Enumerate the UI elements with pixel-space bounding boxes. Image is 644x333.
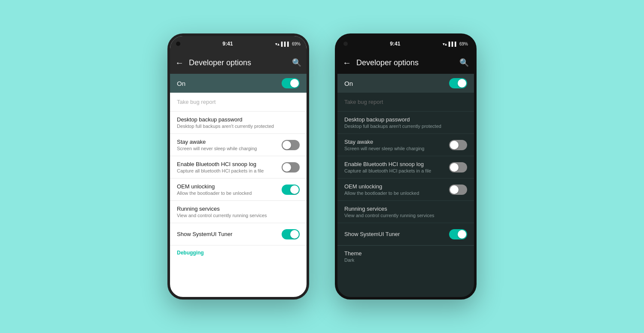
- desktop-backup-text-light: Desktop backup password Desktop full bac…: [177, 116, 300, 129]
- oem-toggle-light[interactable]: [282, 185, 300, 195]
- status-bar-dark: 9:41 ▾▴ ▌▌▌ 69%: [337, 36, 474, 51]
- status-time-light: 9:41: [222, 41, 233, 47]
- theme-value-dark: Dark: [344, 257, 467, 263]
- toggle-thumb-light: [290, 79, 299, 88]
- bluetooth-thumb-dark: [450, 163, 459, 172]
- theme-item-dark[interactable]: Theme Dark: [337, 245, 474, 267]
- search-button-dark[interactable]: 🔍: [459, 58, 469, 67]
- bluetooth-toggle-dark[interactable]: [449, 162, 467, 173]
- desktop-backup-desc-light: Desktop full backups aren't currently pr…: [177, 124, 300, 129]
- bluetooth-hci-item-light[interactable]: Enable Bluetooth HCI snoop log Capture a…: [170, 156, 307, 179]
- desktop-backup-desc-dark: Desktop full backups aren't currently pr…: [344, 124, 467, 129]
- oem-unlock-item-dark[interactable]: OEM unlocking Allow the bootloader to be…: [337, 179, 474, 201]
- app-bar-light: ← Developer options 🔍: [170, 51, 307, 74]
- debugging-label-light: Debugging: [177, 250, 204, 256]
- oem-toggle-dark[interactable]: [449, 185, 467, 195]
- on-off-label-light: On: [177, 80, 185, 87]
- on-off-row-light: On: [170, 74, 307, 93]
- phone-light: 9:41 ▾▴ ▌▌▌ 69% ← Developer options 🔍 On…: [167, 33, 309, 300]
- bluetooth-hci-text-light: Enable Bluetooth HCI snoop log Capture a…: [177, 161, 282, 173]
- systemui-thumb-light: [290, 230, 299, 239]
- wifi-icon-dark: ▾▴: [443, 42, 447, 46]
- systemui-tuner-item-light[interactable]: Show SystemUI Tuner: [170, 223, 307, 245]
- running-services-text-dark: Running services View and control curren…: [344, 206, 467, 218]
- bluetooth-thumb-light: [283, 163, 291, 172]
- on-off-row-dark: On: [337, 74, 474, 93]
- battery-label-dark: 69%: [459, 42, 468, 46]
- systemui-thumb-dark: [458, 230, 466, 239]
- stay-awake-text-light: Stay awake Screen will never sleep while…: [177, 139, 282, 151]
- stay-awake-title-dark: Stay awake: [344, 139, 449, 145]
- systemui-tuner-text-dark: Show SystemUI Tuner: [344, 231, 449, 237]
- systemui-tuner-title-light: Show SystemUI Tuner: [177, 231, 282, 237]
- camera-dot-light: [176, 42, 180, 46]
- app-title-dark: Developer options: [356, 58, 454, 67]
- toggle-thumb-dark: [458, 79, 466, 88]
- desktop-backup-title-dark: Desktop backup password: [344, 116, 467, 123]
- back-button-light[interactable]: ←: [175, 58, 184, 68]
- bluetooth-hci-title-dark: Enable Bluetooth HCI snoop log: [344, 161, 449, 167]
- app-title-light: Developer options: [189, 58, 287, 67]
- running-services-item-dark[interactable]: Running services View and control curren…: [337, 201, 474, 223]
- bluetooth-hci-desc-dark: Capture all bluetooth HCI packets in a f…: [344, 168, 449, 173]
- stay-awake-desc-light: Screen will never sleep while charging: [177, 146, 282, 151]
- bluetooth-toggle-light[interactable]: [282, 162, 300, 173]
- desktop-backup-title-light: Desktop backup password: [177, 116, 300, 123]
- settings-list-dark: Take bug report Desktop backup password …: [337, 93, 474, 267]
- oem-thumb-dark: [450, 185, 459, 194]
- stay-awake-text-dark: Stay awake Screen will never sleep while…: [344, 139, 449, 151]
- oem-unlock-item-light[interactable]: OEM unlocking Allow the bootloader to be…: [170, 179, 307, 201]
- settings-list-light: Take bug report Desktop backup password …: [170, 93, 307, 257]
- battery-label-light: 69%: [292, 42, 301, 46]
- debugging-section-light: Debugging: [170, 245, 307, 257]
- bluetooth-hci-title-light: Enable Bluetooth HCI snoop log: [177, 161, 282, 167]
- status-time-dark: 9:41: [390, 41, 400, 47]
- camera-dot-dark: [343, 42, 348, 46]
- status-bar-light: 9:41 ▾▴ ▌▌▌ 69%: [170, 36, 307, 51]
- oem-unlock-desc-light: Allow the bootloader to be unlocked: [177, 191, 282, 196]
- stay-awake-thumb-light: [283, 141, 291, 149]
- stay-awake-toggle-light[interactable]: [282, 140, 300, 150]
- stay-awake-thumb-dark: [450, 141, 459, 149]
- desktop-backup-item-dark[interactable]: Desktop backup password Desktop full bac…: [337, 112, 474, 134]
- search-button-light[interactable]: 🔍: [292, 58, 301, 67]
- volume-down-button-light[interactable]: [308, 109, 309, 126]
- app-bar-dark: ← Developer options 🔍: [337, 51, 474, 74]
- stay-awake-item-light[interactable]: Stay awake Screen will never sleep while…: [170, 134, 307, 156]
- stay-awake-title-light: Stay awake: [177, 139, 282, 145]
- desktop-backup-text-dark: Desktop backup password Desktop full bac…: [344, 116, 467, 129]
- bluetooth-hci-item-dark[interactable]: Enable Bluetooth HCI snoop log Capture a…: [337, 156, 474, 179]
- running-services-desc-dark: View and control currently running servi…: [344, 213, 467, 218]
- bug-report-dark[interactable]: Take bug report: [337, 93, 474, 112]
- running-services-title-light: Running services: [177, 206, 300, 212]
- signal-icon-light: ▌▌▌: [281, 42, 290, 46]
- bug-report-title-dark: Take bug report: [344, 99, 383, 105]
- bug-report-light[interactable]: Take bug report: [170, 93, 307, 112]
- wifi-icon-light: ▾▴: [275, 42, 279, 46]
- systemui-tuner-title-dark: Show SystemUI Tuner: [344, 231, 449, 237]
- status-icons-light: ▾▴ ▌▌▌ 69%: [275, 42, 301, 46]
- back-button-dark[interactable]: ←: [343, 58, 351, 68]
- theme-title-dark: Theme: [344, 250, 467, 257]
- oem-unlock-title-light: OEM unlocking: [177, 183, 282, 190]
- phone-dark: 9:41 ▾▴ ▌▌▌ 69% ← Developer options 🔍 On…: [335, 33, 477, 300]
- stay-awake-item-dark[interactable]: Stay awake Screen will never sleep while…: [337, 134, 474, 156]
- oem-unlock-desc-dark: Allow the bootloader to be unlocked: [344, 191, 449, 196]
- desktop-backup-item-light[interactable]: Desktop backup password Desktop full bac…: [170, 112, 307, 134]
- systemui-toggle-light[interactable]: [282, 229, 300, 239]
- systemui-tuner-item-dark[interactable]: Show SystemUI Tuner: [337, 223, 474, 245]
- oem-unlock-text-dark: OEM unlocking Allow the bootloader to be…: [344, 183, 449, 196]
- stay-awake-desc-dark: Screen will never sleep while charging: [344, 146, 449, 151]
- status-icons-dark: ▾▴ ▌▌▌ 69%: [443, 42, 468, 46]
- running-services-item-light[interactable]: Running services View and control curren…: [170, 201, 307, 223]
- systemui-toggle-dark[interactable]: [449, 229, 467, 239]
- stay-awake-toggle-dark[interactable]: [449, 140, 467, 150]
- volume-up-button-light[interactable]: [308, 88, 309, 105]
- developer-toggle-light[interactable]: [282, 78, 300, 88]
- developer-toggle-dark[interactable]: [449, 78, 467, 88]
- systemui-tuner-text-light: Show SystemUI Tuner: [177, 231, 282, 237]
- bluetooth-hci-desc-light: Capture all bluetooth HCI packets in a f…: [177, 168, 282, 173]
- oem-thumb-light: [290, 185, 299, 194]
- power-button-dark[interactable]: [476, 92, 477, 118]
- signal-icon-dark: ▌▌▌: [449, 42, 458, 46]
